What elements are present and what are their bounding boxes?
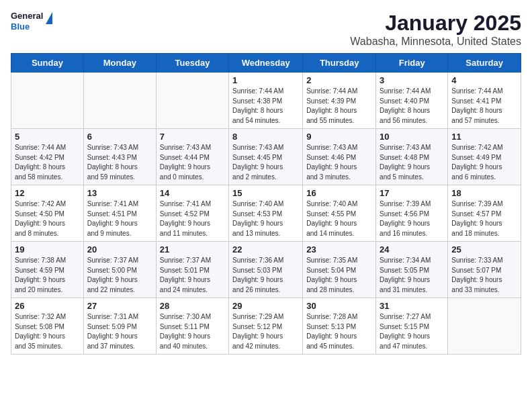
calendar-week-1: 1Sunrise: 7:44 AM Sunset: 4:38 PM Daylig… bbox=[11, 73, 521, 129]
day-info: Sunrise: 7:27 AM Sunset: 5:15 PM Dayligh… bbox=[380, 312, 444, 351]
day-info: Sunrise: 7:30 AM Sunset: 5:11 PM Dayligh… bbox=[160, 312, 225, 351]
day-info: Sunrise: 7:33 AM Sunset: 5:07 PM Dayligh… bbox=[451, 256, 517, 295]
day-number: 19 bbox=[15, 244, 80, 255]
calendar-day: 28Sunrise: 7:30 AM Sunset: 5:11 PM Dayli… bbox=[156, 298, 228, 355]
day-info: Sunrise: 7:37 AM Sunset: 5:00 PM Dayligh… bbox=[87, 256, 152, 295]
calendar-day: 12Sunrise: 7:42 AM Sunset: 4:50 PM Dayli… bbox=[11, 185, 84, 242]
day-number: 29 bbox=[232, 301, 299, 311]
calendar-day: 18Sunrise: 7:39 AM Sunset: 4:57 PM Dayli… bbox=[448, 185, 521, 242]
day-info: Sunrise: 7:44 AM Sunset: 4:42 PM Dayligh… bbox=[15, 143, 80, 182]
calendar-day: 1Sunrise: 7:44 AM Sunset: 4:38 PM Daylig… bbox=[229, 73, 303, 129]
calendar-day: 20Sunrise: 7:37 AM Sunset: 5:00 PM Dayli… bbox=[83, 242, 156, 298]
day-info: Sunrise: 7:42 AM Sunset: 4:49 PM Dayligh… bbox=[451, 143, 517, 182]
calendar-body: 1Sunrise: 7:44 AM Sunset: 4:38 PM Daylig… bbox=[11, 73, 521, 355]
calendar-week-4: 19Sunrise: 7:38 AM Sunset: 4:59 PM Dayli… bbox=[11, 242, 521, 298]
day-info: Sunrise: 7:43 AM Sunset: 4:46 PM Dayligh… bbox=[306, 143, 372, 182]
calendar-header-tuesday: Tuesday bbox=[156, 54, 228, 73]
calendar-day bbox=[11, 73, 84, 129]
calendar-header-monday: Monday bbox=[83, 54, 156, 73]
calendar-day: 11Sunrise: 7:42 AM Sunset: 4:49 PM Dayli… bbox=[448, 129, 521, 185]
calendar-day: 7Sunrise: 7:43 AM Sunset: 4:44 PM Daylig… bbox=[156, 129, 228, 185]
day-number: 2 bbox=[306, 75, 372, 85]
day-info: Sunrise: 7:34 AM Sunset: 5:05 PM Dayligh… bbox=[380, 256, 444, 295]
calendar-week-2: 5Sunrise: 7:44 AM Sunset: 4:42 PM Daylig… bbox=[11, 129, 521, 185]
calendar-day bbox=[156, 73, 228, 129]
logo-blue: Blue bbox=[11, 21, 43, 32]
day-info: Sunrise: 7:43 AM Sunset: 4:45 PM Dayligh… bbox=[232, 143, 299, 182]
page-subtitle: Wabasha, Minnesota, United States bbox=[350, 36, 521, 48]
calendar-day: 5Sunrise: 7:44 AM Sunset: 4:42 PM Daylig… bbox=[11, 129, 84, 185]
logo-general: General bbox=[11, 11, 43, 21]
calendar-day: 6Sunrise: 7:43 AM Sunset: 4:43 PM Daylig… bbox=[83, 129, 156, 185]
day-number: 5 bbox=[15, 132, 80, 142]
day-info: Sunrise: 7:37 AM Sunset: 5:01 PM Dayligh… bbox=[160, 256, 225, 295]
calendar-day: 27Sunrise: 7:31 AM Sunset: 5:09 PM Dayli… bbox=[83, 298, 156, 355]
day-number: 13 bbox=[87, 188, 152, 198]
calendar-day: 17Sunrise: 7:39 AM Sunset: 4:56 PM Dayli… bbox=[376, 185, 448, 242]
calendar-day: 4Sunrise: 7:44 AM Sunset: 4:41 PM Daylig… bbox=[448, 73, 521, 129]
day-number: 22 bbox=[232, 244, 299, 255]
calendar-day: 30Sunrise: 7:28 AM Sunset: 5:13 PM Dayli… bbox=[303, 298, 376, 355]
day-info: Sunrise: 7:31 AM Sunset: 5:09 PM Dayligh… bbox=[87, 312, 152, 351]
day-number: 20 bbox=[87, 244, 152, 255]
calendar-header-wednesday: Wednesday bbox=[229, 54, 303, 73]
day-info: Sunrise: 7:39 AM Sunset: 4:57 PM Dayligh… bbox=[451, 199, 517, 238]
calendar-day bbox=[448, 298, 521, 355]
day-info: Sunrise: 7:29 AM Sunset: 5:12 PM Dayligh… bbox=[232, 312, 299, 351]
day-info: Sunrise: 7:43 AM Sunset: 4:48 PM Dayligh… bbox=[380, 143, 444, 182]
calendar-day: 13Sunrise: 7:41 AM Sunset: 4:51 PM Dayli… bbox=[83, 185, 156, 242]
calendar: SundayMondayTuesdayWednesdayThursdayFrid… bbox=[11, 53, 521, 355]
calendar-day: 21Sunrise: 7:37 AM Sunset: 5:01 PM Dayli… bbox=[156, 242, 228, 298]
calendar-day: 22Sunrise: 7:36 AM Sunset: 5:03 PM Dayli… bbox=[229, 242, 303, 298]
day-info: Sunrise: 7:28 AM Sunset: 5:13 PM Dayligh… bbox=[306, 312, 372, 351]
day-number: 11 bbox=[451, 132, 517, 142]
calendar-week-3: 12Sunrise: 7:42 AM Sunset: 4:50 PM Dayli… bbox=[11, 185, 521, 242]
day-number: 16 bbox=[306, 188, 372, 198]
day-number: 31 bbox=[380, 301, 444, 311]
day-info: Sunrise: 7:35 AM Sunset: 5:04 PM Dayligh… bbox=[306, 256, 372, 295]
day-number: 17 bbox=[380, 188, 444, 198]
calendar-day: 31Sunrise: 7:27 AM Sunset: 5:15 PM Dayli… bbox=[376, 298, 448, 355]
day-number: 24 bbox=[380, 244, 444, 255]
day-info: Sunrise: 7:42 AM Sunset: 4:50 PM Dayligh… bbox=[15, 199, 80, 238]
calendar-day: 10Sunrise: 7:43 AM Sunset: 4:48 PM Dayli… bbox=[376, 129, 448, 185]
logo-triangle-icon bbox=[46, 12, 52, 24]
calendar-day: 14Sunrise: 7:41 AM Sunset: 4:52 PM Dayli… bbox=[156, 185, 228, 242]
day-info: Sunrise: 7:32 AM Sunset: 5:08 PM Dayligh… bbox=[15, 312, 80, 351]
calendar-header-row: SundayMondayTuesdayWednesdayThursdayFrid… bbox=[11, 54, 521, 73]
day-info: Sunrise: 7:40 AM Sunset: 4:53 PM Dayligh… bbox=[232, 199, 299, 238]
calendar-day: 2Sunrise: 7:44 AM Sunset: 4:39 PM Daylig… bbox=[303, 73, 376, 129]
calendar-day: 19Sunrise: 7:38 AM Sunset: 4:59 PM Dayli… bbox=[11, 242, 84, 298]
logo: General Blue bbox=[11, 11, 52, 32]
calendar-header-sunday: Sunday bbox=[11, 54, 84, 73]
calendar-header-friday: Friday bbox=[376, 54, 448, 73]
calendar-header-thursday: Thursday bbox=[303, 54, 376, 73]
day-number: 25 bbox=[451, 244, 517, 255]
day-number: 6 bbox=[87, 132, 152, 142]
calendar-day: 24Sunrise: 7:34 AM Sunset: 5:05 PM Dayli… bbox=[376, 242, 448, 298]
day-info: Sunrise: 7:38 AM Sunset: 4:59 PM Dayligh… bbox=[15, 256, 80, 295]
calendar-day: 29Sunrise: 7:29 AM Sunset: 5:12 PM Dayli… bbox=[229, 298, 303, 355]
day-number: 4 bbox=[451, 75, 517, 85]
day-number: 26 bbox=[15, 301, 80, 311]
calendar-day bbox=[83, 73, 156, 129]
day-number: 27 bbox=[87, 301, 152, 311]
calendar-week-5: 26Sunrise: 7:32 AM Sunset: 5:08 PM Dayli… bbox=[11, 298, 521, 355]
day-info: Sunrise: 7:36 AM Sunset: 5:03 PM Dayligh… bbox=[232, 256, 299, 295]
day-info: Sunrise: 7:43 AM Sunset: 4:44 PM Dayligh… bbox=[160, 143, 225, 182]
title-block: January 2025 Wabasha, Minnesota, United … bbox=[350, 11, 521, 48]
calendar-day: 8Sunrise: 7:43 AM Sunset: 4:45 PM Daylig… bbox=[229, 129, 303, 185]
calendar-day: 23Sunrise: 7:35 AM Sunset: 5:04 PM Dayli… bbox=[303, 242, 376, 298]
day-number: 1 bbox=[232, 75, 299, 85]
calendar-day: 26Sunrise: 7:32 AM Sunset: 5:08 PM Dayli… bbox=[11, 298, 84, 355]
page-title: January 2025 bbox=[350, 11, 521, 36]
calendar-day: 9Sunrise: 7:43 AM Sunset: 4:46 PM Daylig… bbox=[303, 129, 376, 185]
day-info: Sunrise: 7:41 AM Sunset: 4:52 PM Dayligh… bbox=[160, 199, 225, 238]
day-number: 28 bbox=[160, 301, 225, 311]
day-info: Sunrise: 7:44 AM Sunset: 4:40 PM Dayligh… bbox=[380, 87, 444, 126]
day-info: Sunrise: 7:44 AM Sunset: 4:39 PM Dayligh… bbox=[306, 87, 372, 126]
day-number: 9 bbox=[306, 132, 372, 142]
calendar-day: 15Sunrise: 7:40 AM Sunset: 4:53 PM Dayli… bbox=[229, 185, 303, 242]
day-number: 15 bbox=[232, 188, 299, 198]
calendar-header-saturday: Saturday bbox=[448, 54, 521, 73]
